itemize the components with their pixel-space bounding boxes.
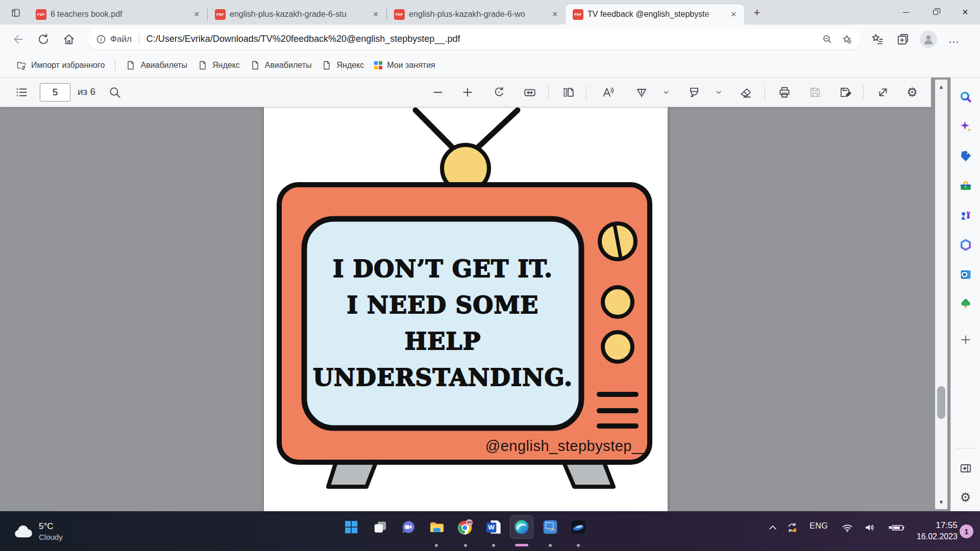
edge-button[interactable] [510,515,533,539]
pdf-favicon: PDF [573,9,583,20]
draw-options-button[interactable] [657,84,675,101]
weather-temp: 5°C [39,521,63,532]
pdf-scrollbar[interactable]: ▲ ▼ [935,80,947,509]
sidebar-microsoft365-button[interactable] [956,235,975,255]
tab-1[interactable]: PDF 6 teachers book.pdf ✕ [29,4,207,24]
zoom-in-button[interactable] [459,84,476,101]
highlight-button[interactable] [685,84,703,101]
plus-icon [959,333,972,346]
refresh-button[interactable] [35,31,52,48]
url-text[interactable]: C:/Users/Evrika/Downloads/TV%20feedback%… [146,34,816,44]
rotate-button[interactable] [491,84,508,101]
pdf-canvas[interactable]: I DON’T GET IT. I NEED SOME HELP UNDERST… [0,107,950,511]
scrollbar-thumb[interactable] [937,386,945,419]
add-favorite-button[interactable] [839,32,854,47]
tray-hidden-icons-button[interactable] [767,521,779,534]
sidebar-tools-button[interactable] [956,176,975,195]
home-icon [62,33,76,46]
zoom-page-button[interactable] [820,32,835,47]
save-button[interactable] [806,84,824,101]
restore-button[interactable] [921,0,950,24]
sidebar-panel-toggle[interactable] [956,459,975,478]
import-favorites-button[interactable]: Импорт избранного [11,57,110,73]
minimize-button[interactable] [891,0,921,24]
fit-width-button[interactable] [521,84,538,101]
collections-button[interactable] [894,31,912,48]
profile-button[interactable] [920,31,937,48]
bookmarks-bar: Импорт избранного Авиабилеты Яндекс Авиа… [0,54,980,78]
app-blue-swoosh-button[interactable] [567,515,590,539]
contents-menu-icon [15,86,28,99]
tray-update-button[interactable] [786,521,798,534]
sidebar-tree-button[interactable] [956,294,975,314]
tab-close-icon[interactable]: ✕ [728,9,739,20]
sidebar-settings-button[interactable]: ⚙ [956,488,975,507]
svg-text:W: W [488,523,495,531]
chat-button[interactable] [397,515,420,539]
weather-widget[interactable]: 5°C Cloudy [8,518,68,544]
tab-3[interactable]: PDF english-plus-kazakh-grade-6-wo ✕ [387,4,566,24]
info-icon[interactable] [96,34,106,44]
tab-2[interactable]: PDF english-plus-kazakh-grade-6-stu ✕ [208,4,386,24]
address-bar[interactable]: Файл C:/Users/Evrika/Downloads/TV%20feed… [88,29,862,49]
pdf-search-button[interactable] [106,84,124,101]
browser-menu-button[interactable]: … [945,31,963,48]
chevron-down-icon [715,88,723,96]
tab-close-icon[interactable]: ✕ [549,9,560,20]
bookmark-item[interactable]: Яндекс [192,57,245,73]
sidebar-shopping-button[interactable] [956,146,975,166]
sidebar-outlook-button[interactable] [956,265,975,284]
sidebar-games-button[interactable] [956,206,975,225]
sidebar-add-button[interactable] [956,330,975,349]
print-button[interactable] [776,84,793,101]
file-explorer-button[interactable] [425,515,448,539]
zoom-out-button[interactable] [429,84,447,101]
bookmark-item[interactable]: Авиабилеты [245,57,317,73]
fullscreen-button[interactable] [874,84,892,101]
read-aloud-button[interactable] [599,84,616,101]
pdf-contents-button[interactable] [13,84,30,101]
highlight-options-button[interactable] [710,84,727,101]
save-as-button[interactable] [837,84,854,101]
back-button[interactable] [9,31,27,48]
sidebar-divider [956,448,975,448]
bookmark-item[interactable]: Авиабилеты [120,57,192,73]
bookmark-item[interactable]: Мои занятия [369,57,440,73]
home-button[interactable] [60,31,78,48]
screen-line-2: I NEED SOME [347,287,539,323]
tray-language-button[interactable]: ENG [810,521,828,531]
navigation-bar: Файл C:/Users/Evrika/Downloads/TV%20feed… [0,24,980,54]
page-number-input[interactable] [40,83,70,102]
erase-button[interactable] [737,84,754,101]
eraser-icon [739,86,752,99]
clock-widget[interactable]: 17:55 16.02.2023 [917,519,958,542]
tray-battery-button[interactable] [888,521,905,534]
new-tab-button[interactable]: + [749,5,765,20]
start-button[interactable] [339,515,363,539]
tray-wifi-button[interactable] [841,521,853,534]
scroll-down-arrow[interactable]: ▼ [935,496,947,508]
tab-4-active[interactable]: PDF TV feedback @english_stepbyste ✕ [566,4,744,24]
favorites-button[interactable] [869,31,886,48]
tab-close-icon[interactable]: ✕ [191,9,202,20]
scroll-up-arrow[interactable]: ▲ [935,81,947,93]
page-view-button[interactable] [560,84,577,101]
chrome-button[interactable] [454,515,477,539]
close-window-button[interactable]: ✕ [950,0,980,24]
snipping-tool-button[interactable]: ✂ [538,515,562,539]
bookmark-item[interactable]: Яндекс [316,57,369,73]
read-aloud-icon [601,86,614,99]
notification-badge[interactable]: 1 [960,524,973,538]
sidebar-search-button[interactable] [956,87,975,107]
sidebar-copilot-button[interactable] [956,117,975,136]
task-view-button[interactable] [369,515,392,539]
tab-title: 6 teachers book.pdf [51,10,187,19]
chevron-down-icon [662,88,670,96]
pdf-settings-button[interactable]: ⚙ [903,84,921,101]
tray-volume-button[interactable] [864,521,876,534]
word-button[interactable]: W [482,515,505,539]
blue-swoosh-icon [570,519,586,535]
tab-actions-button[interactable] [7,4,24,21]
draw-button[interactable] [633,84,650,101]
tab-close-icon[interactable]: ✕ [370,9,381,20]
